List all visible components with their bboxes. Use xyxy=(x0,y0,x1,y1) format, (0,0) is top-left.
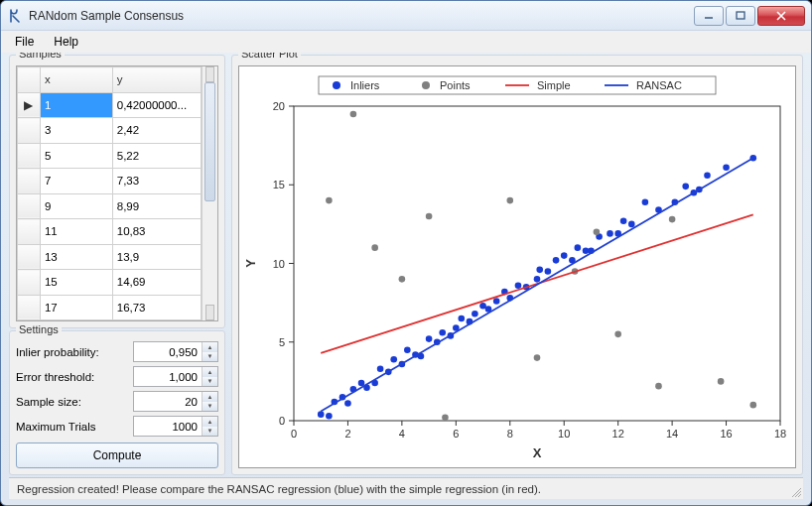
cell-x[interactable]: 15 xyxy=(40,270,112,296)
svg-line-105 xyxy=(321,158,753,411)
cell-y[interactable]: 8,99 xyxy=(112,193,202,219)
svg-point-69 xyxy=(553,257,560,264)
scroll-thumb[interactable] xyxy=(204,82,215,201)
inlier-prob-field[interactable] xyxy=(134,342,202,361)
spin-down-icon[interactable]: ▼ xyxy=(203,402,217,412)
svg-text:12: 12 xyxy=(612,428,624,440)
maximize-button[interactable] xyxy=(726,6,755,26)
spin-up-icon[interactable]: ▲ xyxy=(203,367,217,377)
close-button[interactable] xyxy=(757,6,805,26)
sample-size-field[interactable] xyxy=(134,392,202,411)
cell-y[interactable]: 7,33 xyxy=(112,169,202,194)
window-title: RANdom Sample Consensus xyxy=(29,9,694,23)
grid-scrollbar[interactable] xyxy=(202,66,217,320)
svg-text:10: 10 xyxy=(558,428,570,440)
spin-down-icon[interactable]: ▼ xyxy=(203,352,217,362)
spin-down-icon[interactable]: ▼ xyxy=(203,427,217,437)
svg-text:Inliers: Inliers xyxy=(350,79,380,91)
table-row[interactable]: 1110,83 xyxy=(18,219,202,245)
svg-text:Y: Y xyxy=(243,259,258,268)
spin-up-icon[interactable]: ▲ xyxy=(203,342,217,352)
row-header[interactable] xyxy=(18,244,41,270)
error-threshold-input[interactable]: ▲▼ xyxy=(133,366,218,387)
samples-legend: Samples xyxy=(16,53,65,60)
table-row[interactable]: 77,33 xyxy=(18,169,202,194)
cell-y[interactable]: 5,22 xyxy=(112,143,202,169)
row-header[interactable] xyxy=(18,295,41,320)
table-row[interactable]: 98,99 xyxy=(18,193,202,219)
spin-up-icon[interactable]: ▲ xyxy=(203,392,217,402)
resize-grip-icon[interactable] xyxy=(789,485,801,497)
cell-y[interactable]: 0,42000000... xyxy=(112,92,202,118)
cell-x[interactable]: 11 xyxy=(40,219,112,245)
svg-point-36 xyxy=(326,413,333,420)
table-row[interactable]: 55,22 xyxy=(18,143,202,169)
cell-y[interactable]: 14,69 xyxy=(112,270,202,296)
plot-area: 02468101214161805101520XYInliersPointsSi… xyxy=(238,65,796,468)
row-header[interactable] xyxy=(18,169,41,194)
cell-x[interactable]: 3 xyxy=(40,118,112,144)
scatter-chart: 02468101214161805101520XYInliersPointsSi… xyxy=(239,66,795,467)
menu-help[interactable]: Help xyxy=(46,33,86,51)
svg-point-44 xyxy=(377,365,384,372)
app-icon xyxy=(7,8,23,24)
error-threshold-field[interactable] xyxy=(134,367,202,386)
cell-x[interactable]: 7 xyxy=(40,169,112,194)
inlier-prob-input[interactable]: ▲▼ xyxy=(133,341,218,362)
cell-x[interactable]: 5 xyxy=(40,143,112,169)
spin-down-icon[interactable]: ▼ xyxy=(203,377,217,387)
titlebar[interactable]: RANdom Sample Consensus xyxy=(1,1,811,31)
svg-point-39 xyxy=(344,400,351,407)
row-header[interactable] xyxy=(18,143,41,169)
svg-point-51 xyxy=(426,335,433,342)
table-row[interactable]: ▶10,42000000... xyxy=(18,92,202,118)
svg-text:Points: Points xyxy=(440,79,471,91)
minimize-button[interactable] xyxy=(694,6,724,26)
left-column: Samples x y ▶10,42000000...32,4255,2277,… xyxy=(9,55,225,475)
svg-point-95 xyxy=(506,197,513,204)
cell-x[interactable]: 1 xyxy=(40,92,112,118)
table-row[interactable]: 32,42 xyxy=(18,118,202,144)
svg-point-48 xyxy=(404,346,411,353)
col-header-y[interactable]: y xyxy=(112,67,202,93)
samples-grid[interactable]: x y ▶10,42000000...32,4255,2277,3398,991… xyxy=(16,65,218,321)
col-header-x[interactable]: x xyxy=(40,67,112,93)
table-row[interactable]: 1716,73 xyxy=(18,295,202,320)
svg-point-96 xyxy=(534,354,541,361)
cell-y[interactable]: 2,42 xyxy=(112,118,202,144)
plot-legend: Scatter Plot xyxy=(238,53,301,60)
svg-text:4: 4 xyxy=(399,428,405,440)
cell-y[interactable]: 10,83 xyxy=(112,219,202,245)
svg-point-107 xyxy=(333,81,340,89)
cell-x[interactable]: 9 xyxy=(40,193,112,219)
row-header[interactable] xyxy=(18,118,41,144)
cell-x[interactable]: 13 xyxy=(40,244,112,270)
svg-point-93 xyxy=(426,213,433,220)
svg-point-79 xyxy=(628,221,635,228)
cell-y[interactable]: 16,73 xyxy=(112,295,202,320)
svg-text:6: 6 xyxy=(453,428,459,440)
cell-x[interactable]: 17 xyxy=(40,295,112,320)
row-header[interactable] xyxy=(18,219,41,245)
svg-point-98 xyxy=(594,229,601,236)
compute-button[interactable]: Compute xyxy=(16,443,218,468)
row-header[interactable]: ▶ xyxy=(18,92,41,118)
svg-point-64 xyxy=(515,282,522,289)
svg-point-94 xyxy=(442,415,449,422)
table-row[interactable]: 1514,69 xyxy=(18,270,202,296)
error-threshold-label: Error threshold: xyxy=(16,371,133,383)
svg-point-103 xyxy=(749,402,756,409)
row-header[interactable] xyxy=(18,193,41,219)
svg-point-109 xyxy=(422,81,430,89)
max-trials-field[interactable] xyxy=(134,417,202,436)
max-trials-input[interactable]: ▲▼ xyxy=(133,416,218,437)
table-row[interactable]: 1313,9 xyxy=(18,244,202,270)
svg-point-68 xyxy=(545,268,552,275)
menu-file[interactable]: File xyxy=(7,33,42,51)
svg-point-35 xyxy=(318,411,325,418)
sample-size-input[interactable]: ▲▼ xyxy=(133,391,218,412)
spin-up-icon[interactable]: ▲ xyxy=(203,417,217,427)
content-area: Samples x y ▶10,42000000...32,4255,2277,… xyxy=(1,53,811,477)
row-header[interactable] xyxy=(18,270,41,296)
cell-y[interactable]: 13,9 xyxy=(112,244,202,270)
